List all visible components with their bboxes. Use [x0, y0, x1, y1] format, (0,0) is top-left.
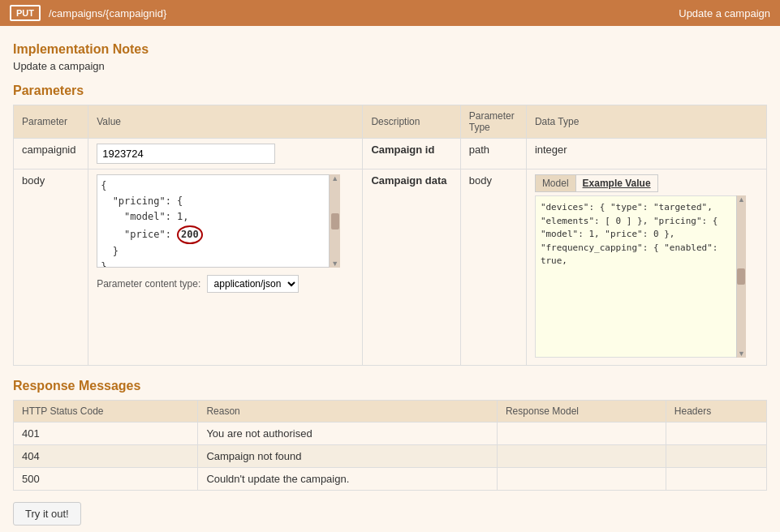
scroll-thumb[interactable]: [737, 268, 745, 285]
scroll-down-arrow[interactable]: ▼: [738, 350, 745, 358]
campaignid-input[interactable]: [97, 144, 275, 164]
param-value-cell: [88, 139, 363, 169]
col-parameter: Parameter: [14, 105, 88, 139]
response-messages-title: Response Messages: [13, 379, 767, 393]
col-data-type: Data Type: [526, 105, 766, 139]
model-401: [497, 423, 666, 445]
main-content: Implementation Notes Update a campaign P…: [0, 26, 780, 532]
http-method-badge: PUT: [10, 5, 41, 21]
scroll-up-arrow[interactable]: ▲: [738, 195, 745, 204]
param-body-value-cell: { "pricing": { "model": 1, "price": 200 …: [88, 169, 363, 366]
impl-notes-title: Implementation Notes: [13, 42, 767, 57]
table-row: 404 Campaign not found: [14, 445, 767, 468]
model-tab[interactable]: Model: [535, 174, 576, 192]
example-value-scrollbar[interactable]: ▲ ▼: [736, 195, 746, 358]
col-response-model: Response Model: [497, 401, 666, 423]
parameters-title: Parameters: [13, 84, 767, 98]
impl-notes-text: Update a campaign: [13, 60, 767, 72]
body-json-display: { "pricing": { "model": 1, "price": 200 …: [97, 174, 340, 268]
col-description: Description: [363, 105, 460, 139]
headers-404: [666, 445, 766, 468]
col-parameter-type: ParameterType: [460, 105, 526, 139]
table-row: campaignid Campaign id path integer: [14, 139, 767, 169]
model-500: [497, 468, 666, 491]
response-section: Response Messages HTTP Status Code Reaso…: [13, 379, 767, 491]
example-value-box: "devices": { "type": "targeted", "elemen…: [535, 195, 746, 358]
try-it-out-button[interactable]: Try it out!: [13, 502, 81, 526]
status-code-500: 500: [14, 468, 198, 491]
status-code-401: 401: [14, 423, 198, 445]
param-desc-campaignid: Campaign id: [363, 139, 460, 169]
example-json-text: "devices": { "type": "targeted", "elemen…: [541, 202, 718, 266]
col-headers: Headers: [666, 401, 766, 423]
param-datatype-campaignid: integer: [526, 139, 766, 169]
response-table: HTTP Status Code Reason Response Model H…: [13, 400, 767, 491]
table-row: 401 You are not authorised: [14, 423, 767, 445]
status-code-404: 404: [14, 445, 198, 468]
model-404: [497, 445, 666, 468]
param-datatype-body: Model Example Value "devices": { "type":…: [526, 169, 766, 366]
col-value: Value: [88, 105, 363, 139]
reason-401: You are not authorised: [198, 423, 498, 445]
content-type-select[interactable]: application/json: [207, 275, 299, 293]
textarea-scrollbar[interactable]: ▲▼: [329, 174, 340, 268]
header-bar: PUT /campaigns/{campaignid} Update a cam…: [0, 0, 780, 26]
endpoint-path: /campaigns/{campaignid}: [49, 7, 679, 19]
header-title: Update a campaign: [679, 7, 770, 19]
col-reason: Reason: [198, 401, 498, 423]
content-type-label: Parameter content type:: [97, 278, 200, 290]
model-tab-area: Model Example Value: [535, 174, 758, 192]
table-row: body { "pricing": { "model": 1, "price":…: [14, 169, 767, 366]
table-row: 500 Couldn't update the campaign.: [14, 468, 767, 491]
param-name-body: body: [14, 169, 88, 366]
reason-500: Couldn't update the campaign.: [198, 468, 498, 491]
param-name-campaignid: campaignid: [14, 139, 88, 169]
parameters-table: Parameter Value Description ParameterTyp…: [13, 105, 767, 366]
col-http-status: HTTP Status Code: [14, 401, 198, 423]
param-type-body: body: [460, 169, 526, 366]
example-value-tab[interactable]: Example Value: [576, 174, 658, 192]
headers-401: [666, 423, 766, 445]
param-type-campaignid: path: [460, 139, 526, 169]
param-desc-body: Campaign data: [363, 169, 460, 366]
content-type-row: Parameter content type: application/json: [97, 275, 354, 293]
headers-500: [666, 468, 766, 491]
reason-404: Campaign not found: [198, 445, 498, 468]
